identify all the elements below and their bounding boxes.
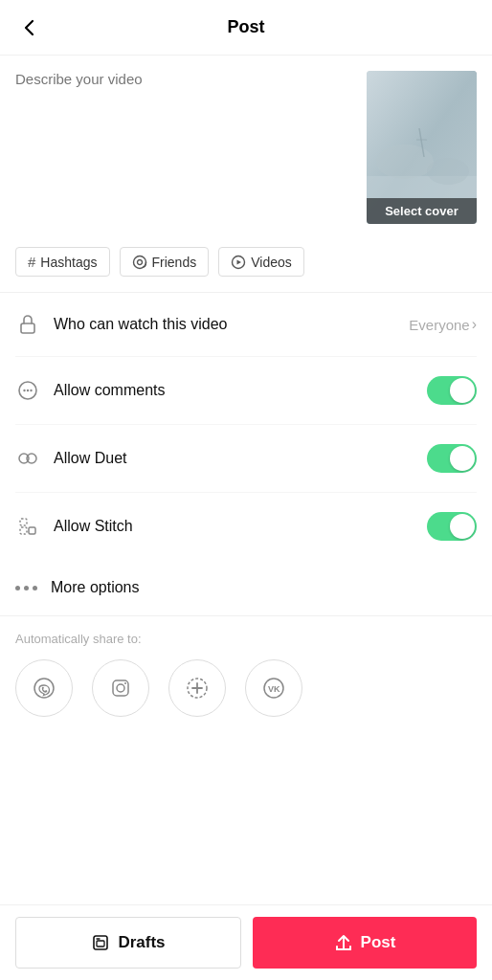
toggle-knob [450,378,475,403]
allow-stitch-label: Allow Stitch [54,518,414,535]
play-icon [231,255,246,270]
share-section: Automatically share to: [0,616,492,724]
drafts-button[interactable]: Drafts [15,917,241,969]
allow-comments-toggle[interactable] [427,376,477,405]
share-label: Automatically share to: [15,632,477,646]
duet-icon [15,446,40,471]
more-options-row[interactable]: More options [0,560,492,615]
who-can-watch-value: Everyone › [409,316,477,333]
stitch-icon [15,514,40,539]
allow-stitch-toggle[interactable] [427,512,477,541]
svg-rect-9 [21,323,34,333]
allow-stitch-row: Allow Stitch [15,493,477,560]
svg-point-2 [376,145,434,179]
svg-rect-17 [20,527,27,534]
svg-rect-16 [20,519,27,525]
who-can-watch-label: Who can watch this video [54,316,395,333]
svg-point-3 [427,158,469,185]
tags-row: # Hashtags Friends Videos [0,239,492,292]
toggle-knob [450,514,475,539]
svg-point-22 [124,682,126,684]
svg-point-12 [27,390,29,391]
cover-overlay-label[interactable]: Select cover [367,198,477,224]
allow-comments-row: Allow comments [15,357,477,425]
back-button[interactable] [15,13,44,42]
hashtags-label: Hashtags [40,255,97,270]
header: Post [0,0,492,56]
svg-rect-18 [29,527,35,534]
drafts-icon [91,933,110,952]
whatsapp-button[interactable] [15,659,73,717]
lock-icon [15,312,40,337]
toggle-knob [450,446,475,471]
who-can-watch-row[interactable]: Who can watch this video Everyone › [15,293,477,357]
allow-duet-label: Allow Duet [54,450,414,467]
description-input[interactable] [15,71,355,224]
friends-label: Friends [152,255,197,270]
comment-icon [15,378,40,403]
allow-duet-row: Allow Duet [15,425,477,493]
more-options-label: More options [51,579,140,596]
friends-button[interactable]: Friends [120,247,210,277]
svg-point-13 [30,390,32,391]
svg-rect-29 [97,941,104,947]
settings-list: Who can watch this video Everyone › Allo… [0,293,492,560]
hashtag-icon: # [28,254,35,270]
hashtags-button[interactable]: # Hashtags [15,247,110,277]
more-options-icon [15,586,37,590]
svg-rect-28 [94,936,107,949]
chevron-right-icon: › [472,316,477,333]
at-icon [132,255,147,270]
add-share-button[interactable] [168,659,226,717]
drafts-label: Drafts [118,933,165,952]
post-button[interactable]: Post [253,917,477,969]
bottom-bar: Drafts Post [0,904,492,980]
svg-text:VK: VK [268,684,280,694]
description-area: Select cover [0,56,492,239]
cover-container[interactable]: Select cover [367,71,477,224]
post-label: Post [361,933,396,952]
allow-comments-label: Allow comments [54,382,414,399]
share-icons-row: VK [15,659,477,717]
svg-point-21 [117,684,124,692]
svg-point-7 [137,259,142,264]
vk-button[interactable]: VK [245,659,302,717]
allow-duet-toggle[interactable] [427,444,477,473]
page-title: Post [227,17,264,37]
instagram-button[interactable] [92,659,149,717]
svg-point-11 [23,390,25,391]
videos-label: Videos [251,255,292,270]
post-icon [334,933,353,952]
videos-button[interactable]: Videos [218,247,304,277]
